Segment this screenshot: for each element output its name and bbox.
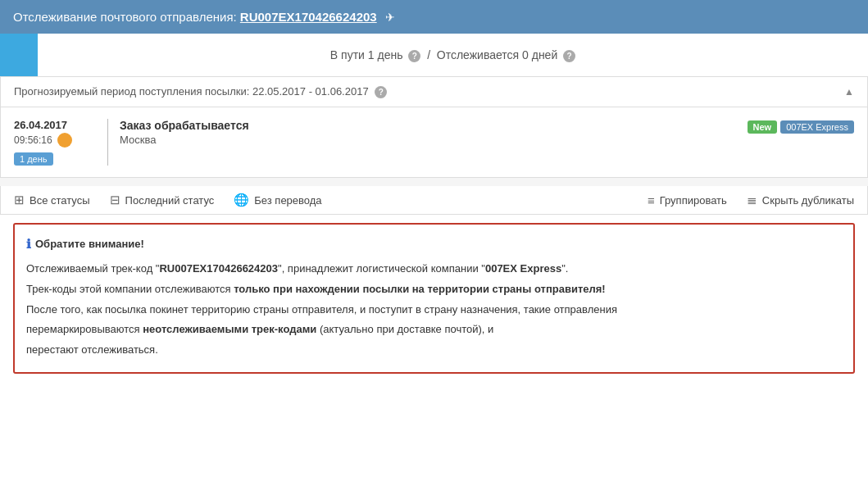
filter-right-group: ≡ Группировать ≣ Скрыть дубликаты bbox=[648, 193, 854, 207]
notice-box: ℹ Обратите внимание! Отслеживаемый трек-… bbox=[13, 223, 855, 374]
notice-info-icon: ℹ bbox=[26, 234, 31, 254]
in-transit-label: В пути 1 день bbox=[330, 48, 403, 61]
section-divider bbox=[0, 178, 868, 186]
forecast-date-range: 22.05.2017 - 01.06.2017 bbox=[252, 85, 369, 98]
notice-line1-pre: Отслеживаемый трек-код " bbox=[26, 262, 159, 275]
badge-new: New bbox=[748, 120, 778, 134]
in-transit-help-icon[interactable]: ? bbox=[408, 50, 420, 62]
forecast-text: Прогнозируемый период поступления посылк… bbox=[14, 85, 387, 98]
tracking-number-link[interactable]: RU007EX170426624203 bbox=[240, 10, 377, 24]
filter-all-statuses[interactable]: ⊞ Все статусы bbox=[14, 193, 90, 207]
header-prefix: Отслеживание почтового отправления: bbox=[13, 10, 237, 24]
last-status-label: Последний статус bbox=[125, 194, 215, 207]
no-translation-label: Без перевода bbox=[254, 194, 321, 207]
event-separator bbox=[107, 119, 108, 166]
event-status: Заказ обрабатывается bbox=[120, 119, 748, 132]
group-icon: ≡ bbox=[648, 193, 655, 207]
progress-blue-indicator bbox=[0, 34, 38, 76]
notice-line3: После того, как посылка покинет территор… bbox=[26, 302, 842, 319]
event-date: 26.04.2017 bbox=[14, 119, 96, 131]
notice-title: ℹ Обратите внимание! bbox=[26, 234, 842, 254]
notice-line4-mid: (актуально при доставке почтой), и bbox=[316, 323, 493, 335]
notice-line1: Отслеживаемый трек-код "RU007EX170426624… bbox=[26, 261, 842, 278]
event-location: Москва bbox=[120, 134, 748, 146]
notice-line1-mid: ", принадлежит логистической компании " bbox=[278, 262, 485, 275]
notice-title-text: Обратите внимание! bbox=[35, 236, 144, 253]
notice-line2-pre: Трек-коды этой компании отслеживаются bbox=[26, 283, 234, 295]
tracked-help-icon[interactable]: ? bbox=[563, 50, 575, 62]
progress-text: В пути 1 день ? / Отслеживается 0 дней ? bbox=[38, 35, 868, 75]
forecast-row: Прогнозируемый период поступления посылк… bbox=[0, 77, 868, 107]
event-time-text: 09:56:16 bbox=[14, 134, 52, 146]
filter-no-translation[interactable]: 🌐 Без перевода bbox=[234, 193, 321, 207]
all-statuses-icon: ⊞ bbox=[14, 193, 25, 207]
tracked-label: Отслеживается 0 дней bbox=[437, 48, 557, 61]
hide-duplicates-label: Скрыть дубликаты bbox=[762, 194, 854, 207]
page-header: Отслеживание почтового отправления: RU00… bbox=[0, 0, 868, 34]
filter-hide-duplicates[interactable]: ≣ Скрыть дубликаты bbox=[747, 193, 854, 207]
notice-line5: перестают отслеживаться. bbox=[26, 342, 842, 359]
last-status-icon: ⊟ bbox=[110, 193, 120, 207]
hide-duplicates-icon: ≣ bbox=[747, 193, 757, 207]
notice-body: Отслеживаемый трек-код "RU007EX170426624… bbox=[26, 261, 842, 359]
filter-bar: ⊞ Все статусы ⊟ Последний статус 🌐 Без п… bbox=[0, 186, 868, 215]
forecast-collapse-button[interactable]: ▲ bbox=[844, 86, 854, 98]
all-statuses-label: Все статусы bbox=[30, 194, 90, 207]
separator: / bbox=[427, 48, 430, 61]
progress-row: В пути 1 день ? / Отслеживается 0 дней ? bbox=[0, 34, 868, 77]
forecast-label: Прогнозируемый период поступления посылк… bbox=[14, 85, 249, 98]
notice-line2: Трек-коды этой компании отслеживаются то… bbox=[26, 281, 842, 298]
event-detail-col: Заказ обрабатывается Москва bbox=[120, 119, 748, 146]
notice-line2-bold: только при нахождении посылки на террито… bbox=[234, 283, 606, 295]
filter-last-status[interactable]: ⊟ Последний статус bbox=[110, 193, 215, 207]
notice-line1-company: 007EX Express bbox=[485, 262, 561, 275]
event-time-row: 09:56:16 bbox=[14, 133, 96, 148]
event-badges: New 007EX Express bbox=[748, 119, 854, 134]
filter-group[interactable]: ≡ Группировать bbox=[648, 193, 727, 207]
notice-line4: перемаркировываются неотслеживаемыми тре… bbox=[26, 321, 842, 338]
notice-line1-post: ". bbox=[561, 262, 568, 275]
event-section: 26.04.2017 09:56:16 1 день Заказ обрабат… bbox=[0, 107, 868, 178]
event-day-badge: 1 день bbox=[14, 152, 53, 166]
notice-line4-pre: перемаркировываются bbox=[26, 323, 143, 335]
event-dot-icon bbox=[57, 133, 72, 148]
no-translation-icon: 🌐 bbox=[234, 193, 249, 207]
notice-line1-tracking: RU007EX170426624203 bbox=[159, 262, 278, 275]
forecast-help-icon[interactable]: ? bbox=[375, 86, 387, 98]
notice-line4-bold: неотслеживаемыми трек-кодами bbox=[143, 323, 316, 335]
event-date-col: 26.04.2017 09:56:16 1 день bbox=[14, 119, 96, 166]
table-row: 26.04.2017 09:56:16 1 день Заказ обрабат… bbox=[14, 116, 854, 169]
send-icon: ✈ bbox=[385, 11, 395, 24]
group-label: Группировать bbox=[660, 194, 727, 207]
badge-carrier: 007EX Express bbox=[780, 120, 854, 134]
